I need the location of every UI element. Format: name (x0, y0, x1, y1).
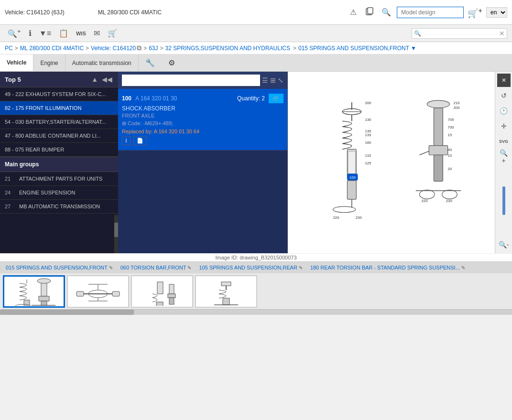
diag-rotate-btn[interactable]: ↺ (497, 89, 511, 102)
part-cart-btn-0[interactable]: 🛒 (269, 94, 283, 103)
part-info-btn-0[interactable]: ℹ (122, 136, 131, 145)
part-axle-0: FRONT AXLE (122, 113, 283, 118)
grid-view-btn[interactable]: ⊞ (270, 76, 276, 84)
zoom-in-btn[interactable]: 🔍+ (5, 27, 24, 39)
diag-cross-btn[interactable]: ✛ (497, 119, 511, 133)
svg-text:100: 100 (349, 175, 356, 180)
top5-collapse-btn[interactable]: ▲ (90, 75, 99, 83)
breadcrumb-model[interactable]: ML 280/300 CDI 4MATIC (20, 45, 84, 52)
expand-view-btn[interactable]: ⤡ (278, 76, 283, 84)
breadcrumb-vehicle[interactable]: Vehicle: C164120 (91, 45, 136, 52)
bottom-tab-1[interactable]: 060 TORSION BAR,FRONT ✎ (118, 264, 195, 271)
diagram-svg: 200 130 135 133 160 110 (288, 72, 495, 253)
parts-list-header: ☰ ⊞ ⤡ (118, 72, 287, 89)
breadcrumb-sep1: > (15, 45, 18, 52)
top5-item-1[interactable]: 82 - 175 FRONT ILLUMINATION (0, 101, 118, 115)
group-item-0[interactable]: 21 ATTACHMENT PARTS FOR UNITS (0, 172, 118, 186)
breadcrumb-63j[interactable]: 63J (149, 45, 158, 52)
bottom-thumb-3[interactable] (195, 275, 257, 308)
tab-vehicle-label: Vehicle (7, 59, 26, 66)
breadcrumb-32[interactable]: 32 SPRINGS,SUSPENSION AND HYDRAULICS (165, 45, 290, 52)
alert-icon-btn[interactable]: ⚠ (348, 7, 359, 18)
report-btn[interactable]: 📋 (56, 28, 71, 39)
toolbar-cart-btn[interactable]: 🛒 (105, 28, 120, 39)
top5-title: Top 5 (5, 76, 21, 83)
diag-zoom-in-btn[interactable]: 🔍+ (497, 150, 511, 163)
tab-transmission[interactable]: Automatic transmission (65, 54, 139, 71)
top-cart-btn[interactable]: 🛒+ (468, 6, 482, 19)
tab-engine[interactable]: Engine (33, 54, 65, 71)
bottom-tab-2[interactable]: 105 SPRINGS AND SUSPENSION,REAR ✎ (196, 264, 305, 271)
bottom-thumb-0[interactable] (3, 275, 65, 308)
part-doc-btn-0[interactable]: 📄 (133, 136, 147, 145)
vehicle-info: Vehicle: C164120 (63J) (5, 9, 65, 16)
toolbar-search-icon: 🔍 (414, 30, 421, 37)
toolbar-search-clear[interactable]: ✕ (499, 30, 505, 37)
svg-text:230: 230 (446, 199, 453, 203)
filter-btn[interactable]: ▼≡ (36, 28, 54, 39)
toolbar-search-input[interactable] (421, 30, 499, 37)
diag-history-btn[interactable]: 🕐 (497, 104, 511, 118)
diag-close-btn[interactable]: ✕ (497, 74, 511, 87)
lang-select[interactable]: en de fr (486, 7, 507, 18)
breadcrumb: PC > ML 280/300 CDI 4MATIC > Vehicle: C1… (0, 42, 512, 54)
svg-text:220: 220 (421, 199, 428, 203)
svg-point-44 (37, 279, 51, 283)
group-item-2[interactable]: 27 MB AUTOMATIC TRANSMISSION (0, 200, 118, 214)
top5-expand-btn[interactable]: ◀◀ (101, 75, 113, 83)
svg-point-22 (427, 100, 449, 108)
tab-wrench-btn[interactable]: 🔧 (139, 54, 162, 71)
parts-and-diagram: ☰ ⊞ ⤡ 100 A 164 320 01 30 Quantity: 2 🛒 … (118, 72, 512, 253)
svg-text:200: 200 (453, 106, 460, 110)
model-search-input[interactable] (397, 7, 464, 18)
main-scrollbar-thumb[interactable] (0, 310, 134, 315)
group-label-1: ENGINE SUSPENSION (19, 190, 75, 195)
breadcrumb-dropdown[interactable]: 015 SPRINGS AND SUSPENSION,FRONT ▼ (298, 45, 416, 52)
svg-rect-43 (41, 282, 47, 296)
svg-rect-12 (348, 151, 356, 173)
part-row-0[interactable]: 100 A 164 320 01 30 Quantity: 2 🛒 SHOCK … (118, 89, 287, 151)
svg-rect-63 (223, 298, 229, 305)
top5-item-0[interactable]: 49 - 222 EXHAUST SYSTEM FOR SIX-C... (0, 87, 118, 101)
top5-item-3[interactable]: 47 - 800 ADBLUE CONTAINER AND LI... (0, 129, 118, 143)
vehicle-copy-icon[interactable]: ⧉ (137, 44, 142, 52)
image-id-bar: Image ID: drawing_B32015000073 (0, 253, 512, 261)
bottom-tab-3[interactable]: 180 REAR TORSION BAR - STANDARD SPRING S… (307, 264, 468, 271)
mail-btn[interactable]: ✉ (91, 28, 103, 39)
diag-zoom-out-btn[interactable]: 🔍- (497, 238, 511, 251)
svg-rect-49 (76, 291, 84, 296)
wis-btn[interactable]: WIS (73, 30, 89, 37)
tab-gear-btn[interactable]: ⚙ (162, 54, 182, 71)
top5-item-2[interactable]: 54 - 030 BATTERY,STARTER/ALTERNAT... (0, 115, 118, 129)
part-ref-0: A 164 320 01 30 (135, 95, 233, 102)
bottom-thumb-1[interactable] (67, 275, 129, 308)
svg-text:125: 125 (365, 161, 371, 165)
tab-bar: Vehicle Engine Automatic transmission 🔧 … (0, 54, 512, 72)
bottom-thumb-2[interactable] (131, 275, 193, 308)
diag-scrollbar-thumb[interactable] (502, 186, 505, 215)
parts-list: ☰ ⊞ ⤡ 100 A 164 320 01 30 Quantity: 2 🛒 … (118, 72, 288, 253)
diagram-svg-container: 200 130 135 133 160 110 (288, 72, 495, 253)
tab-engine-label: Engine (40, 60, 58, 66)
info-btn[interactable]: ℹ (26, 28, 34, 39)
breadcrumb-sep2: > (86, 45, 89, 52)
top-bar: Vehicle: C164120 (63J) ML 280/300 CDI 4M… (0, 0, 512, 25)
svg-rect-1 (368, 8, 373, 14)
svg-line-30 (420, 151, 429, 155)
breadcrumb-dropdown-arrow[interactable]: ▼ (411, 45, 416, 52)
search-icon-btn[interactable]: 🔍 (380, 7, 393, 18)
bottom-tab-ext-3: ✎ (461, 265, 465, 270)
group-label-0: ATTACHMENT PARTS FOR UNITS (19, 176, 102, 182)
breadcrumb-pc[interactable]: PC (5, 45, 13, 52)
diag-svg-btn[interactable]: SVG (497, 135, 511, 148)
list-view-btn[interactable]: ☰ (262, 76, 268, 84)
svg-rect-17 (347, 181, 356, 199)
breadcrumb-sep5: > (293, 45, 296, 52)
top5-item-4[interactable]: 88 - 075 REAR BUMPER (0, 143, 118, 157)
group-item-1[interactable]: 24 ENGINE SUSPENSION (0, 186, 118, 200)
tab-vehicle[interactable]: Vehicle (0, 54, 33, 71)
bottom-tab-0[interactable]: 015 SPRINGS AND SUSPENSION,FRONT ✎ (3, 264, 116, 271)
main-scrollbar[interactable] (0, 309, 512, 315)
copy-icon-btn[interactable] (362, 6, 376, 19)
part-code-text: Code: -M629+-489; (128, 120, 173, 126)
